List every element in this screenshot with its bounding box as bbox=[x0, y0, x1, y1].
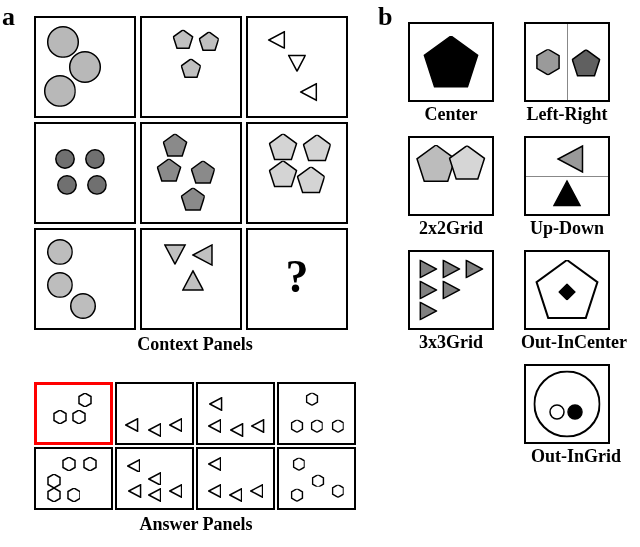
svg-point-75 bbox=[550, 405, 564, 419]
context-panel-7-circle-0 bbox=[46, 238, 73, 265]
leftright-caption: Left-Right bbox=[520, 104, 614, 125]
svg-point-2 bbox=[44, 75, 75, 106]
context-panel-8 bbox=[140, 228, 242, 330]
answer-panel-3-triLeft-0 bbox=[209, 397, 223, 411]
answer-panel-5-hexagon-1 bbox=[83, 457, 97, 471]
svg-point-23 bbox=[71, 294, 96, 319]
svg-point-76 bbox=[568, 405, 582, 419]
answer-panel-6-triLeft-3 bbox=[148, 488, 162, 502]
config-panel-upDown-triUp-1 bbox=[553, 180, 582, 209]
answer-panel-7-triLeft-1 bbox=[208, 485, 222, 499]
svg-marker-71 bbox=[420, 303, 436, 320]
svg-marker-65 bbox=[554, 181, 580, 205]
svg-marker-50 bbox=[169, 485, 181, 497]
context-panel-3-triLeft-2 bbox=[300, 83, 318, 101]
answer-panel-2-triLeft-2 bbox=[169, 418, 183, 432]
svg-marker-31 bbox=[148, 424, 160, 436]
svg-marker-61 bbox=[572, 49, 599, 75]
svg-marker-53 bbox=[229, 489, 241, 501]
svg-marker-73 bbox=[559, 284, 575, 300]
context-panel-2-pentagon-1 bbox=[198, 31, 218, 51]
context-panel-6-pentagon-0 bbox=[269, 133, 298, 162]
updown-caption: Up-Down bbox=[524, 218, 610, 239]
svg-marker-27 bbox=[79, 393, 91, 407]
config-panel-grid3x3 bbox=[408, 250, 494, 330]
outingrid-caption: Out-InGrid bbox=[518, 446, 634, 467]
config-panel-outInCenter-diamond-1 bbox=[558, 283, 576, 301]
config-panel-grid3x3-triRight-0 bbox=[418, 259, 437, 278]
svg-point-21 bbox=[47, 239, 72, 264]
svg-marker-38 bbox=[292, 420, 303, 433]
answer-panel-4-hexagon-2 bbox=[310, 420, 323, 433]
svg-marker-51 bbox=[208, 458, 220, 470]
context-panel-6 bbox=[246, 122, 348, 224]
svg-marker-6 bbox=[269, 31, 285, 47]
svg-marker-68 bbox=[466, 260, 482, 277]
svg-marker-36 bbox=[252, 420, 264, 432]
svg-marker-44 bbox=[48, 488, 60, 502]
context-panel-8-triUp-2 bbox=[182, 270, 204, 292]
svg-marker-54 bbox=[250, 485, 262, 497]
context-panel-3-triDown-1 bbox=[288, 54, 306, 72]
figure-label-a: a bbox=[2, 2, 15, 32]
svg-marker-33 bbox=[210, 398, 222, 410]
svg-point-22 bbox=[47, 273, 72, 298]
context-panel-3-triLeft-0 bbox=[268, 30, 286, 48]
svg-marker-58 bbox=[332, 485, 343, 498]
answer-panel-4-hexagon-3 bbox=[331, 420, 344, 433]
answer-panel-8[interactable] bbox=[277, 447, 356, 510]
answer-caption: Answer Panels bbox=[126, 514, 266, 535]
answer-panel-3[interactable] bbox=[196, 382, 275, 445]
horizontal-divider bbox=[526, 176, 608, 177]
answer-panel-6[interactable] bbox=[115, 447, 194, 510]
svg-marker-63 bbox=[450, 145, 485, 178]
config-panel-grid2x2 bbox=[408, 136, 494, 216]
config-panel-leftRight bbox=[524, 22, 610, 102]
answer-panel-5[interactable] bbox=[34, 447, 113, 510]
config-panel-leftRight-pentagon-1 bbox=[571, 49, 600, 78]
context-panel-5-pentagon-0 bbox=[163, 133, 187, 157]
svg-marker-32 bbox=[169, 419, 181, 431]
context-panel-2 bbox=[140, 16, 242, 118]
answer-panel-8-hexagon-1 bbox=[312, 475, 325, 488]
config-panel-leftRight-hexagon-0 bbox=[535, 49, 561, 75]
svg-marker-30 bbox=[126, 419, 138, 431]
answer-panel-7[interactable] bbox=[196, 447, 275, 510]
answer-panel-6-triLeft-0 bbox=[127, 459, 141, 473]
answer-panel-4-hexagon-0 bbox=[306, 393, 319, 406]
config-panel-grid3x3-triRight-4 bbox=[441, 280, 460, 299]
context-panel-4-circle-1 bbox=[85, 149, 105, 169]
outincenter-caption: Out-InCenter bbox=[510, 332, 638, 353]
svg-marker-13 bbox=[164, 133, 187, 155]
grid3x3-caption: 3x3Grid bbox=[408, 332, 494, 353]
answer-panel-1[interactable] bbox=[34, 382, 113, 445]
figure-label-b: b bbox=[378, 2, 392, 32]
svg-marker-39 bbox=[311, 420, 322, 433]
context-panel-7 bbox=[34, 228, 136, 330]
config-panel-grid3x3-triRight-2 bbox=[464, 259, 483, 278]
answer-panel-5-hexagon-2 bbox=[47, 474, 61, 488]
context-panel-4 bbox=[34, 122, 136, 224]
config-panel-center bbox=[408, 22, 494, 102]
config-panel-outInGrid-circle-2 bbox=[567, 404, 583, 420]
svg-marker-69 bbox=[420, 281, 436, 298]
answer-panel-3-triLeft-1 bbox=[208, 420, 222, 434]
answer-panel-1-hexagon-0 bbox=[78, 393, 92, 407]
vertical-divider bbox=[567, 24, 568, 100]
config-panel-outInGrid bbox=[524, 364, 610, 444]
grid2x2-caption: 2x2Grid bbox=[408, 218, 494, 239]
config-panel-grid3x3-triRight-5 bbox=[418, 302, 437, 321]
answer-panel-1-hexagon-2 bbox=[72, 410, 86, 424]
svg-marker-4 bbox=[199, 31, 218, 49]
config-panel-grid2x2-pentagon-1 bbox=[449, 145, 486, 182]
config-panel-outInGrid-circle-1 bbox=[549, 404, 565, 420]
answer-panel-2[interactable] bbox=[115, 382, 194, 445]
svg-marker-29 bbox=[73, 410, 85, 424]
answer-panel-4[interactable] bbox=[277, 382, 356, 445]
context-panel-5-pentagon-1 bbox=[157, 159, 181, 183]
svg-marker-52 bbox=[208, 485, 220, 497]
svg-point-9 bbox=[56, 150, 74, 168]
config-panel-upDown-triLeft-0 bbox=[557, 145, 586, 174]
answer-panel-3-triLeft-3 bbox=[251, 420, 265, 434]
context-panel-3 bbox=[246, 16, 348, 118]
